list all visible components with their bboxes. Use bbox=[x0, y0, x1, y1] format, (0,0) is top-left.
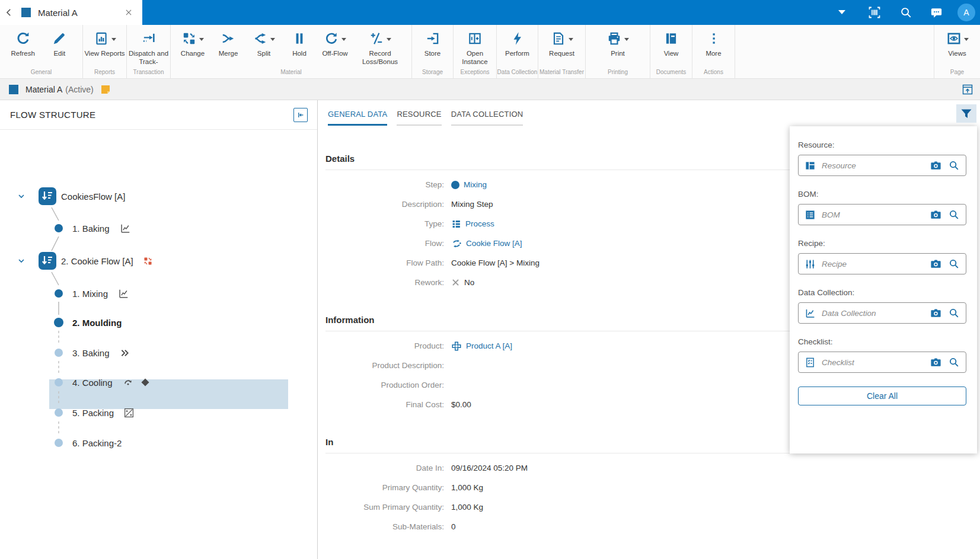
checklist-input-box[interactable] bbox=[798, 352, 966, 373]
store-button[interactable]: Store bbox=[419, 30, 446, 58]
print-button[interactable]: Print bbox=[604, 30, 631, 58]
views-eye-icon bbox=[946, 31, 962, 46]
ribbon-group-documents: View Documents bbox=[650, 25, 692, 78]
dropdown-caret-icon bbox=[111, 38, 116, 41]
data-collection-input-box[interactable] bbox=[798, 302, 966, 324]
flow-icon bbox=[451, 238, 462, 249]
dropdown-caret-icon bbox=[199, 38, 204, 41]
user-avatar[interactable]: A bbox=[957, 4, 975, 21]
final-cost-value: $0.00 bbox=[451, 400, 471, 409]
tree-node-packing[interactable]: 5. Packing bbox=[0, 404, 317, 421]
bom-input-box[interactable] bbox=[798, 204, 966, 225]
back-button[interactable] bbox=[0, 7, 18, 18]
ribbon-group-label: Page bbox=[934, 69, 980, 75]
merge-button[interactable]: Merge bbox=[215, 30, 242, 58]
filter-label: Data Collection: bbox=[798, 288, 966, 297]
tab-data-collection[interactable]: DATA COLLECTION bbox=[451, 108, 524, 126]
close-icon bbox=[125, 8, 133, 17]
edit-button[interactable]: Edit bbox=[46, 30, 73, 58]
tree-node-cooling[interactable]: 4. Cooling bbox=[0, 373, 317, 391]
popout-button[interactable] bbox=[962, 84, 973, 95]
tree-node-baking-1[interactable]: 1. Baking bbox=[0, 219, 317, 237]
bom-input[interactable] bbox=[822, 210, 924, 219]
topbar-dropdown-caret[interactable] bbox=[838, 10, 845, 14]
tab-resource[interactable]: RESOURCE bbox=[396, 108, 442, 126]
barcode-scan-button[interactable] bbox=[867, 5, 882, 20]
resource-input[interactable] bbox=[822, 161, 924, 170]
tree-node-packing-2[interactable]: 6. Packing-2 bbox=[0, 434, 317, 452]
open-instance-button[interactable]: Open Instance bbox=[454, 30, 496, 66]
search-icon[interactable] bbox=[948, 258, 960, 270]
hold-icon bbox=[292, 31, 307, 46]
filter-checklist: Checklist: bbox=[798, 337, 966, 373]
search-icon bbox=[899, 6, 912, 19]
tree-node-moulding[interactable]: 2. Moulding bbox=[0, 314, 317, 331]
camera-icon[interactable] bbox=[930, 307, 942, 320]
note-icon[interactable] bbox=[101, 85, 110, 94]
flow-tree: CookiesFlow [A] 1. Baking 2. Cookie Flow… bbox=[0, 130, 317, 558]
split-button[interactable]: Split bbox=[250, 30, 277, 58]
filter-toggle-button[interactable] bbox=[956, 104, 976, 123]
resource-input-box[interactable] bbox=[798, 155, 966, 176]
recipe-input-box[interactable] bbox=[798, 253, 966, 274]
search-icon[interactable] bbox=[948, 159, 960, 171]
search-icon[interactable] bbox=[948, 209, 960, 221]
recipe-input[interactable] bbox=[822, 260, 924, 269]
tree-node-label: 2. Cookie Flow [A] bbox=[61, 256, 133, 266]
change-button[interactable]: Change bbox=[179, 30, 206, 58]
step-dot-icon bbox=[451, 181, 459, 189]
camera-icon[interactable] bbox=[930, 356, 942, 369]
chat-icon bbox=[930, 6, 943, 20]
ribbon-group-label: Material bbox=[171, 69, 411, 75]
tree-node-baking-3[interactable]: 3. Baking bbox=[0, 344, 317, 362]
checklist-input[interactable] bbox=[822, 358, 924, 367]
filter-recipe: Recipe: bbox=[798, 239, 966, 274]
messages-button[interactable] bbox=[928, 5, 944, 20]
dispatch-and-track-button[interactable]: Dispatch and Track- bbox=[127, 30, 170, 66]
more-button[interactable]: More bbox=[700, 30, 727, 58]
request-button[interactable]: Request bbox=[548, 30, 576, 58]
tree-node-cookie-flow[interactable]: 2. Cookie Flow [A] bbox=[0, 252, 317, 270]
data-collection-input[interactable] bbox=[822, 309, 924, 318]
clear-all-button[interactable]: Clear All bbox=[798, 386, 966, 405]
search-icon[interactable] bbox=[948, 356, 960, 368]
popout-icon bbox=[962, 84, 973, 95]
collapse-panel-button[interactable] bbox=[293, 108, 308, 122]
tab-general-data[interactable]: GENERAL DATA bbox=[327, 108, 388, 126]
breadcrumb-status: (Active) bbox=[65, 85, 93, 94]
field-primary-quantity: Primary Quantity: 1,000 Kg bbox=[325, 478, 980, 497]
tree-node-mixing[interactable]: 1. Mixing bbox=[0, 285, 317, 302]
tree-node-cookiesflow[interactable]: CookiesFlow [A] bbox=[0, 187, 317, 205]
filter-label: Checklist: bbox=[798, 337, 966, 346]
close-tab-button[interactable] bbox=[125, 8, 133, 17]
view-reports-button[interactable]: View Reports bbox=[84, 30, 125, 58]
flow-path-value: Cookie Flow [A] > Mixing bbox=[451, 258, 540, 267]
perform-icon bbox=[510, 31, 525, 46]
filter-label: Resource: bbox=[798, 140, 966, 149]
document-tab[interactable]: Material A bbox=[0, 0, 142, 25]
views-button[interactable]: Views bbox=[944, 30, 971, 58]
off-flow-button[interactable]: Off-Flow bbox=[321, 30, 349, 58]
search-button[interactable] bbox=[898, 5, 914, 20]
step-dot-icon bbox=[55, 289, 63, 298]
open-instance-icon bbox=[467, 31, 483, 46]
camera-icon[interactable] bbox=[930, 258, 942, 270]
ribbon-group-label: Printing bbox=[586, 69, 650, 75]
hold-button[interactable]: Hold bbox=[286, 30, 313, 58]
record-loss-bonus-button[interactable]: Record Loss/Bonus bbox=[357, 30, 403, 66]
data-collection-icon bbox=[805, 308, 816, 319]
chart-icon bbox=[119, 222, 131, 234]
ribbon-group-label: Storage bbox=[412, 69, 453, 75]
flow-structure-panel: FLOW STRUCTURE CookiesFlow [A] bbox=[0, 100, 318, 559]
camera-icon[interactable] bbox=[930, 159, 942, 172]
dropdown-caret-icon bbox=[624, 38, 629, 41]
camera-icon[interactable] bbox=[930, 209, 942, 221]
perform-button[interactable]: Perform bbox=[504, 30, 531, 58]
search-icon[interactable] bbox=[948, 307, 960, 319]
refresh-button[interactable]: Refresh bbox=[9, 30, 37, 58]
chevron-down-icon[interactable] bbox=[17, 191, 26, 201]
chevron-down-icon[interactable] bbox=[17, 256, 26, 266]
view-documents-button[interactable]: View bbox=[657, 30, 685, 58]
ribbon-toolbar: Refresh Edit General View Reports Report… bbox=[0, 25, 980, 79]
tree-node-label: 1. Baking bbox=[72, 223, 110, 234]
